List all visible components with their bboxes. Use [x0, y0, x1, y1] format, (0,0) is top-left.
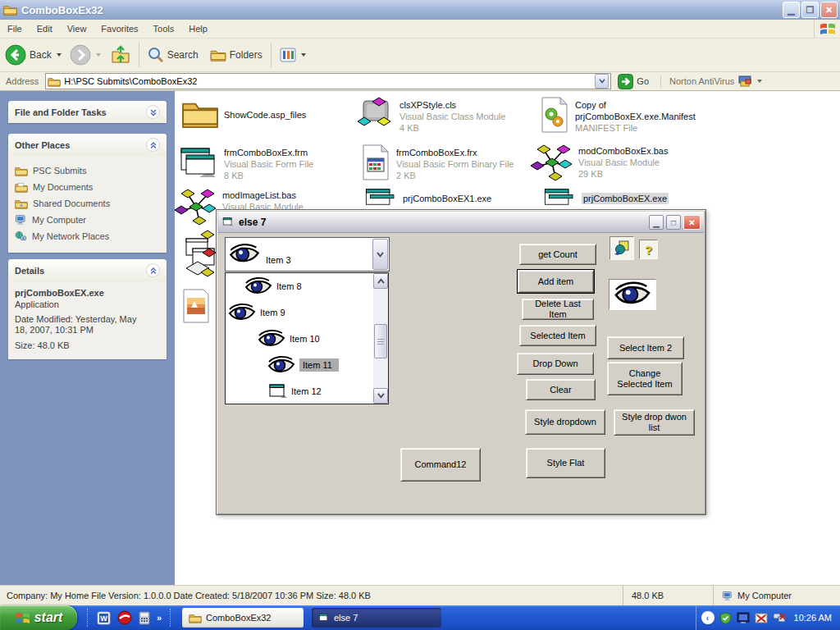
dialog-titlebar[interactable]: else 7 ▁ □ ✕: [218, 212, 704, 233]
style-drop-down-list-button[interactable]: Style drop dwon list: [614, 409, 695, 436]
add-item-button[interactable]: Add item: [518, 270, 594, 293]
start-button[interactable]: start: [0, 605, 77, 630]
shapes-button[interactable]: [609, 236, 634, 260]
word-icon[interactable]: W: [97, 611, 111, 625]
menu-file[interactable]: File: [0, 21, 30, 37]
place-my-documents[interactable]: My Documents: [15, 179, 162, 195]
list-scrollbar[interactable]: [373, 273, 388, 404]
search-button[interactable]: Search: [148, 47, 199, 63]
calculator-icon[interactable]: [139, 611, 150, 625]
tray-shield-icon[interactable]: [719, 612, 732, 624]
list-item[interactable]: Item 9: [226, 299, 388, 326]
image-file-icon[interactable]: [181, 288, 211, 326]
address-input[interactable]: H:\PSC Submits\ComboBoxEx32: [45, 73, 611, 89]
list-item[interactable]: Item 8: [226, 273, 388, 299]
chevron-expand-icon[interactable]: [146, 105, 160, 119]
explorer-task-pane: File and Folder Tasks Other Places PSC S…: [0, 91, 175, 585]
clock[interactable]: 10:26 AM: [794, 613, 832, 623]
scroll-down-button[interactable]: [373, 388, 388, 404]
file-tile[interactable]: Copy of prjComboBoxEX.exe.Manifest MANIF…: [539, 96, 706, 134]
file-tile[interactable]: frmComboBoxEx.frx Visual Basic Form Bina…: [360, 144, 514, 181]
chevron-collapse-icon[interactable]: [146, 138, 160, 152]
forward-button[interactable]: [70, 44, 101, 66]
red-app-icon[interactable]: [117, 610, 132, 625]
panel-header[interactable]: Other Places: [8, 134, 167, 156]
dialog-close-button[interactable]: ✕: [683, 215, 701, 230]
place-my-computer[interactable]: My Computer: [15, 212, 162, 228]
combo-dropdown-button[interactable]: [372, 239, 388, 270]
list-item[interactable]: Item 12: [226, 378, 388, 404]
panel-header[interactable]: File and Folder Tasks: [8, 101, 167, 123]
help-button[interactable]: ?: [639, 240, 658, 259]
delete-last-item-button[interactable]: Delete Last Item: [522, 299, 594, 320]
menu-tools[interactable]: Tools: [146, 21, 182, 37]
style-flat-button[interactable]: Style Flat: [526, 448, 605, 478]
folder-icon: [181, 98, 219, 129]
folders-button[interactable]: Folders: [210, 48, 262, 62]
status-text: Company: My Home File Version: 1.0.0.0 D…: [0, 591, 623, 600]
file-tile[interactable]: frmComboBoxEx.frm Visual Basic Form File…: [178, 144, 313, 181]
file-tile[interactable]: modComboBoxEx.bas Visual Basic Module 29…: [531, 142, 668, 183]
go-button[interactable]: Go: [618, 74, 649, 89]
folder-icon: [15, 166, 28, 176]
get-count-button[interactable]: get Count: [519, 244, 596, 265]
list-item-selected[interactable]: Item 11: [226, 352, 388, 378]
eye-icon: [267, 354, 296, 377]
scroll-thumb[interactable]: [374, 324, 387, 358]
restore-button[interactable]: ❐: [801, 2, 819, 18]
dialog-minimize-button[interactable]: ▁: [649, 215, 664, 230]
eye-picture-box: [609, 279, 656, 310]
file-tile[interactable]: clsXPStyle.cls Visual Basic Class Module…: [357, 96, 505, 134]
quick-launch-overflow[interactable]: »: [157, 613, 162, 623]
list-item[interactable]: Item 10: [226, 326, 388, 352]
file-tile[interactable]: prjComboBoxEX1.exe: [363, 186, 491, 208]
dialog-maximize-button[interactable]: □: [666, 215, 681, 230]
file-tile[interactable]: ShowCode.asp_files: [181, 98, 306, 129]
menu-favorites[interactable]: Favorites: [94, 21, 145, 37]
select-item2-button[interactable]: Select Item 2: [607, 336, 684, 359]
style-dropdown-button[interactable]: Style dropdown: [525, 409, 605, 435]
chevron-collapse-icon[interactable]: [146, 263, 160, 277]
norton-antivirus-menu[interactable]: Norton AntiVirus: [660, 75, 762, 87]
back-dropdown-icon[interactable]: [57, 53, 62, 57]
folder-icon: [3, 4, 17, 16]
back-button[interactable]: Back: [5, 44, 62, 66]
tray-network-disconnected-icon[interactable]: [773, 612, 786, 623]
clear-button[interactable]: Clear: [526, 379, 596, 400]
up-button[interactable]: [111, 45, 130, 65]
minimize-button[interactable]: ▁: [783, 2, 800, 18]
change-selected-item-button[interactable]: Change Selected Item: [607, 362, 682, 395]
scroll-up-button[interactable]: [373, 273, 388, 289]
command12-button[interactable]: Command12: [400, 448, 481, 482]
eye-icon: [244, 276, 273, 298]
norton-dropdown-icon[interactable]: [757, 80, 762, 83]
combo-dropdown-list[interactable]: Item 8 Item 9 Item 10 Item 11 Item 12: [225, 272, 389, 404]
views-dropdown-icon[interactable]: [301, 53, 306, 57]
explorer-addressbar: Address H:\PSC Submits\ComboBoxEx32 Go N…: [0, 72, 840, 91]
details-file-type: Application: [15, 299, 162, 309]
place-psc-submits[interactable]: PSC Submits: [15, 162, 162, 179]
place-my-network-places[interactable]: My Network Places: [15, 228, 162, 244]
file-tile[interactable]: prjComboBoxEX.exe: [542, 186, 669, 208]
up-folder-icon: [111, 45, 130, 65]
panel-header[interactable]: Details: [8, 259, 167, 281]
close-button[interactable]: ✕: [820, 2, 838, 18]
folders-icon: [210, 48, 226, 62]
tray-chevron-button[interactable]: ‹: [701, 611, 714, 624]
task-button-explorer[interactable]: ComboBoxEx32: [182, 608, 304, 628]
menu-view[interactable]: View: [60, 21, 94, 37]
menu-edit[interactable]: Edit: [30, 21, 60, 37]
selected-item-button[interactable]: Selected Item: [519, 325, 596, 346]
place-shared-documents[interactable]: Shared Documents: [15, 195, 162, 212]
comboboxex-control[interactable]: Item 3: [225, 237, 390, 272]
eye-icon: [228, 242, 261, 267]
drop-down-button[interactable]: Drop Down: [517, 353, 594, 375]
taskbar: start W » ComboBoxEx32: [0, 605, 840, 630]
task-button-else7[interactable]: else 7: [312, 608, 441, 628]
views-button[interactable]: [280, 48, 306, 62]
details-modified: Date Modified: Yesterday, May 18, 2007, …: [15, 314, 150, 336]
menu-help[interactable]: Help: [181, 21, 215, 37]
tray-mail-blocked-icon[interactable]: [755, 613, 768, 623]
address-dropdown-button[interactable]: [595, 74, 609, 89]
tray-display-icon[interactable]: [737, 612, 750, 624]
